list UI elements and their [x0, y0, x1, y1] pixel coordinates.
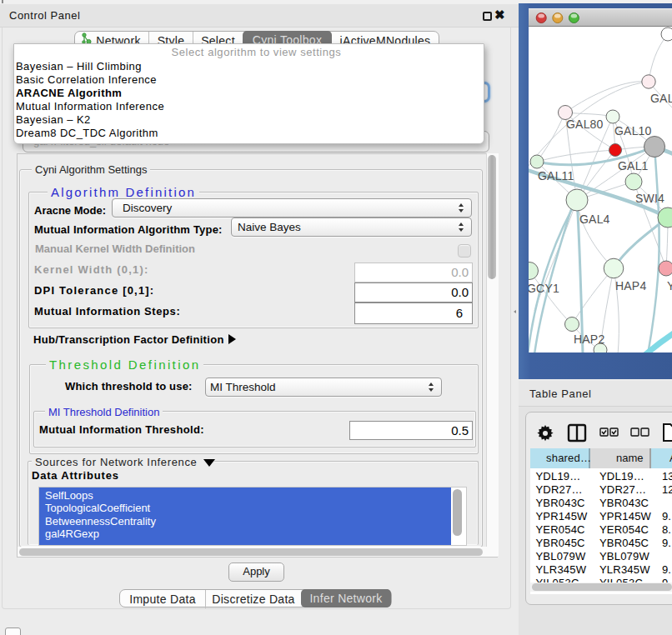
svg-text:GAL: GAL — [650, 92, 672, 105]
svg-text:HAP2: HAP2 — [574, 332, 604, 346]
svg-text:GAL4: GAL4 — [579, 212, 610, 226]
svg-text:GAL11: GAL11 — [538, 169, 574, 182]
svg-text:GCY1: GCY1 — [529, 282, 559, 295]
svg-text:Y: Y — [667, 279, 672, 292]
svg-text:GAL10: GAL10 — [614, 124, 652, 138]
svg-text:HAP4: HAP4 — [615, 279, 646, 292]
svg-text:SWI4: SWI4 — [635, 192, 664, 205]
svg-text:GAL1: GAL1 — [618, 159, 649, 172]
svg-text:GAL80: GAL80 — [566, 118, 604, 131]
